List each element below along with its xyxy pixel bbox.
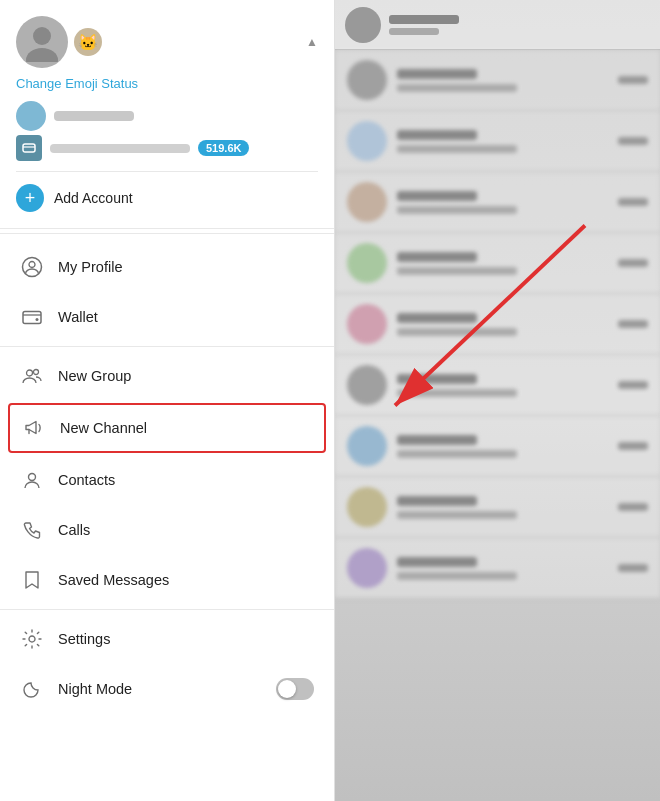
chat-avatar-6 bbox=[347, 365, 387, 405]
chat-item-1 bbox=[335, 50, 660, 111]
sidebar-item-calls[interactable]: Calls bbox=[0, 505, 334, 555]
chat-info-2 bbox=[397, 130, 618, 153]
toggle-knob bbox=[278, 680, 296, 698]
chat-info-1 bbox=[397, 69, 618, 92]
night-mode-label: Night Mode bbox=[58, 681, 132, 697]
chat-name-4 bbox=[397, 252, 477, 262]
chat-item-2 bbox=[335, 111, 660, 172]
chat-msg-8 bbox=[397, 511, 517, 519]
chat-avatar-5 bbox=[347, 304, 387, 344]
my-profile-label: My Profile bbox=[58, 259, 122, 275]
sidebar-item-wallet[interactable]: Wallet bbox=[0, 292, 334, 342]
wallet-icon bbox=[20, 305, 44, 329]
chat-time-1 bbox=[618, 76, 648, 84]
chat-info-6 bbox=[397, 374, 618, 397]
secondary-avatar: 🐱 bbox=[74, 28, 102, 56]
svg-point-0 bbox=[33, 27, 51, 45]
gear-icon bbox=[20, 627, 44, 651]
saved-messages-label: Saved Messages bbox=[58, 572, 169, 588]
chat-info-8 bbox=[397, 496, 618, 519]
divider-accounts bbox=[16, 171, 318, 172]
chat-avatar-1 bbox=[347, 60, 387, 100]
message-count-badge: 519.6K bbox=[198, 140, 249, 156]
chat-name-7 bbox=[397, 435, 477, 445]
night-mode-toggle[interactable] bbox=[276, 678, 314, 700]
sidebar-item-new-channel[interactable]: New Channel bbox=[8, 403, 326, 453]
person-icon bbox=[20, 468, 44, 492]
settings-label: Settings bbox=[58, 631, 110, 647]
chat-title-blur bbox=[389, 15, 650, 35]
chat-item-3 bbox=[335, 172, 660, 233]
sidebar-item-my-profile[interactable]: My Profile bbox=[0, 242, 334, 292]
chat-info-5 bbox=[397, 313, 618, 336]
contacts-label: Contacts bbox=[58, 472, 115, 488]
sidebar-item-new-group[interactable]: New Group bbox=[0, 351, 334, 401]
chat-time-4 bbox=[618, 259, 648, 267]
profile-section: 🐱 ▲ Change Emoji Status 519.6K + bbox=[0, 0, 334, 229]
chat-name-6 bbox=[397, 374, 477, 384]
chat-avatar-9 bbox=[347, 548, 387, 588]
sidebar-item-settings[interactable]: Settings bbox=[0, 614, 334, 664]
svg-point-10 bbox=[29, 636, 35, 642]
sidebar-item-night-mode[interactable]: Night Mode bbox=[0, 664, 334, 714]
chat-avatar-3 bbox=[347, 182, 387, 222]
divider-wallet bbox=[0, 346, 334, 347]
blur-line-2 bbox=[389, 28, 439, 35]
chat-item-5 bbox=[335, 294, 660, 355]
chat-item-4 bbox=[335, 233, 660, 294]
chat-time-2 bbox=[618, 137, 648, 145]
add-account-button[interactable]: + Add Account bbox=[16, 176, 318, 216]
svg-point-6 bbox=[36, 318, 39, 321]
chat-name-3 bbox=[397, 191, 477, 201]
chat-avatar-8 bbox=[347, 487, 387, 527]
svg-point-8 bbox=[34, 370, 39, 375]
change-emoji-status[interactable]: Change Emoji Status bbox=[16, 76, 318, 91]
chat-time-6 bbox=[618, 381, 648, 389]
chat-info-4 bbox=[397, 252, 618, 275]
chat-msg-5 bbox=[397, 328, 517, 336]
chat-msg-7 bbox=[397, 450, 517, 458]
new-channel-label: New Channel bbox=[60, 420, 147, 436]
wallet-label: Wallet bbox=[58, 309, 98, 325]
chat-item-7 bbox=[335, 416, 660, 477]
chat-time-8 bbox=[618, 503, 648, 511]
chat-msg-1 bbox=[397, 84, 517, 92]
sidebar-item-saved-messages[interactable]: Saved Messages bbox=[0, 555, 334, 605]
chat-msg-3 bbox=[397, 206, 517, 214]
sidebar: 🐱 ▲ Change Emoji Status 519.6K + bbox=[0, 0, 335, 801]
chat-time-9 bbox=[618, 564, 648, 572]
chat-avatar-blur bbox=[345, 7, 381, 43]
avatar-row: 🐱 ▲ bbox=[16, 16, 318, 68]
calls-label: Calls bbox=[58, 522, 90, 538]
moon-icon bbox=[20, 677, 44, 701]
svg-rect-2 bbox=[23, 144, 35, 152]
person-circle-icon bbox=[20, 255, 44, 279]
chat-info-9 bbox=[397, 557, 618, 580]
chat-time-7 bbox=[618, 442, 648, 450]
chat-name-1 bbox=[397, 69, 477, 79]
chat-item-6 bbox=[335, 355, 660, 416]
svg-point-7 bbox=[27, 370, 33, 376]
divider-saved bbox=[0, 609, 334, 610]
collapse-icon[interactable]: ▲ bbox=[306, 35, 318, 49]
chat-name-5 bbox=[397, 313, 477, 323]
chat-time-3 bbox=[618, 198, 648, 206]
sidebar-item-contacts[interactable]: Contacts bbox=[0, 455, 334, 505]
chat-item-9 bbox=[335, 538, 660, 599]
account-name-row bbox=[16, 101, 318, 131]
account-avatar bbox=[16, 101, 46, 131]
account-name-blur bbox=[54, 111, 134, 121]
avatar[interactable] bbox=[16, 16, 68, 68]
phone-icon bbox=[20, 518, 44, 542]
chat-avatar-7 bbox=[347, 426, 387, 466]
svg-rect-5 bbox=[23, 312, 41, 324]
night-mode-toggle-container bbox=[276, 678, 314, 700]
svg-point-1 bbox=[26, 48, 58, 62]
account-icon bbox=[16, 135, 42, 161]
chat-item-8 bbox=[335, 477, 660, 538]
chat-info-3 bbox=[397, 191, 618, 214]
megaphone-icon bbox=[22, 416, 46, 440]
svg-point-9 bbox=[29, 474, 36, 481]
chat-list-blur bbox=[335, 50, 660, 599]
people-icon bbox=[20, 364, 44, 388]
